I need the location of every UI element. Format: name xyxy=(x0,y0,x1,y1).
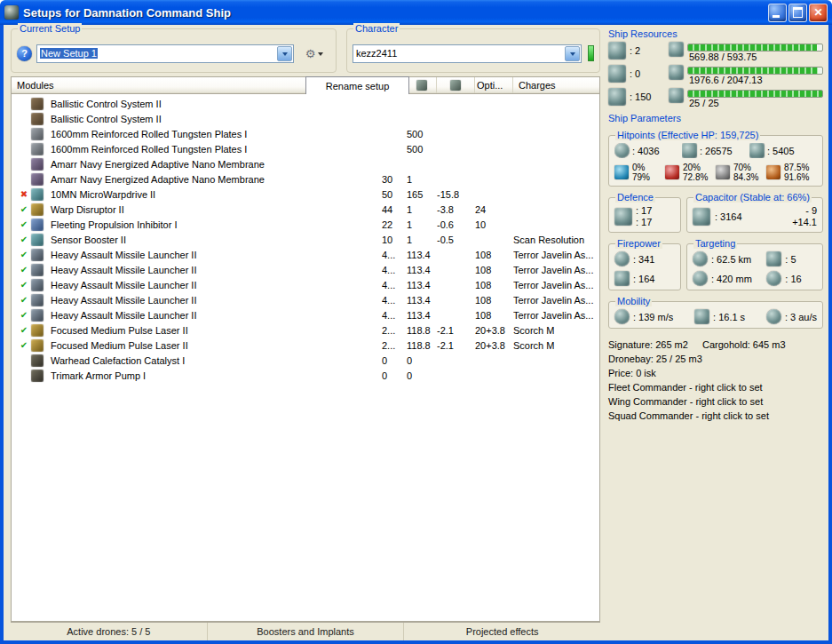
modules-panel: Modules Opti... Charges Rename setup Bal… xyxy=(11,76,600,640)
module-row[interactable]: ✔ Heavy Assault Missile Launcher II 4...… xyxy=(12,307,599,322)
column-header-cpu[interactable] xyxy=(407,77,437,93)
maximize-button[interactable] xyxy=(788,4,807,22)
align-time-value: : 16.1 s xyxy=(713,312,745,322)
module-row[interactable]: Ballistic Control System II xyxy=(12,96,599,111)
module-row[interactable]: ✖ 10MN MicroWarpdrive II 50 165 -15.8 xyxy=(12,187,599,202)
active-check-icon: ✔ xyxy=(17,281,31,290)
hull-hp: : 5405 xyxy=(749,143,817,158)
module-row[interactable]: ✔ Heavy Assault Missile Launcher II 4...… xyxy=(12,262,599,277)
max-targets-value: : 5 xyxy=(785,254,796,265)
tab-boosters-implants[interactable]: Boosters and Implants xyxy=(208,623,405,640)
active-check-icon: ✔ xyxy=(17,311,31,320)
targeting-range-icon xyxy=(693,251,708,266)
kinetic-shield-resist: 70% xyxy=(733,163,758,172)
module-cpu-value: 2... xyxy=(382,340,407,351)
module-row[interactable]: ✔ Focused Medium Pulse Laser II 2... 118… xyxy=(12,322,599,338)
drone-bandwidth-value: 25 / 25 xyxy=(687,98,823,109)
calibration-value: : 150 xyxy=(630,91,651,102)
powergrid-icon xyxy=(669,65,684,80)
module-row[interactable]: Amarr Navy Energized Adaptive Nano Membr… xyxy=(12,171,599,187)
em-resist-icon xyxy=(614,165,629,179)
setup-tools-button[interactable]: ⚙ xyxy=(298,44,330,63)
module-row[interactable]: Amarr Navy Energized Adaptive Nano Membr… xyxy=(12,156,599,171)
active-check-icon: ✔ xyxy=(17,235,31,244)
module-name: Fleeting Propulsion Inhibitor I xyxy=(47,219,382,230)
module-powergrid-value: 1 xyxy=(407,204,437,215)
module-row[interactable]: 1600mm Reinforced Rolled Tungsten Plates… xyxy=(12,141,599,156)
module-name: 1600mm Reinforced Rolled Tungsten Plates… xyxy=(47,144,382,155)
tab-active-drones[interactable]: Active drones: 5 / 5 xyxy=(11,623,208,640)
module-name: Focused Medium Pulse Laser II xyxy=(47,340,382,351)
armor-plate-icon xyxy=(31,143,44,155)
module-name: Heavy Assault Missile Launcher II xyxy=(47,250,382,260)
powergrid-resource-row: 1976.6 / 2047.13 xyxy=(669,65,823,86)
module-powergrid-value: 118.8 xyxy=(407,340,437,351)
adaptive-membrane-icon xyxy=(31,173,44,186)
chevron-down-icon[interactable] xyxy=(277,46,292,61)
cargohold-stat: Cargohold: 645 m3 xyxy=(702,338,786,352)
module-row[interactable]: Warhead Calefaction Catalyst I 0 0 xyxy=(12,353,599,368)
ballistic-control-icon xyxy=(31,98,44,110)
price-stat: Price: 0 isk xyxy=(608,366,823,380)
capacitor-recharge: +14.1 xyxy=(792,217,817,228)
module-name: Trimark Armor Pump I xyxy=(47,370,382,381)
left-pane: Current Setup New Setup 1 ⚙ Character ke… xyxy=(4,25,600,640)
warp-speed-value: : 3 au/s xyxy=(785,312,817,322)
module-powergrid-value: 113.4 xyxy=(407,310,437,321)
module-row[interactable]: ✔ Heavy Assault Missile Launcher II 4...… xyxy=(12,277,599,292)
module-optimal-value: 24 xyxy=(475,204,513,215)
tab-projected-effects[interactable]: Projected effects xyxy=(404,623,600,640)
column-header-powergrid[interactable] xyxy=(437,77,475,93)
missile-launcher-icon xyxy=(31,264,44,276)
setup-select[interactable]: New Setup 1 xyxy=(36,44,294,63)
missile-launcher-icon xyxy=(31,279,44,291)
column-header-charges[interactable]: Charges xyxy=(513,77,599,93)
module-list: Ballistic Control System II Ballistic Co… xyxy=(11,94,600,622)
ship-parameters-label: Ship Parameters xyxy=(608,113,823,123)
module-row[interactable]: ✔ Heavy Assault Missile Launcher II 4...… xyxy=(12,292,599,307)
title-bar[interactable]: Setups for Damnation Command Ship xyxy=(0,0,832,25)
module-row[interactable]: ✔ Sensor Booster II 10 1 -0.5 Scan Resol… xyxy=(12,232,599,247)
ship-resources: : 2 : 0 : 150 xyxy=(608,42,823,109)
module-row[interactable]: Ballistic Control System II xyxy=(12,111,599,126)
help-icon[interactable] xyxy=(17,46,32,61)
module-row[interactable]: 1600mm Reinforced Rolled Tungsten Plates… xyxy=(12,126,599,141)
active-check-icon: ✔ xyxy=(17,220,31,229)
rename-setup-tab[interactable]: Rename setup xyxy=(305,76,409,94)
explosive-armor-resist: 91.6% xyxy=(784,172,809,182)
module-cpu-value: 2... xyxy=(382,325,407,336)
warp-disruptor-icon xyxy=(31,203,44,216)
minimize-button[interactable] xyxy=(768,4,787,22)
capacitor-box: Capacitor (Stable at: 66%) : 3164 - 9 +1… xyxy=(686,197,823,233)
mobility-label: Mobility xyxy=(615,296,652,306)
squad-commander-slot[interactable]: Squad Commander - right click to set xyxy=(608,409,823,423)
ship-resources-label: Ship Resources xyxy=(608,28,823,39)
cpu-value: 569.88 / 593.75 xyxy=(687,52,823,63)
close-button[interactable] xyxy=(809,4,828,22)
module-row[interactable]: ✔ Focused Medium Pulse Laser II 2... 118… xyxy=(12,338,599,353)
character-select[interactable]: kezz2411 xyxy=(353,44,582,63)
thermal-shield-resist: 20% xyxy=(683,163,708,172)
setup-select-value: New Setup 1 xyxy=(37,48,276,59)
module-row[interactable]: ✔ Warp Disruptor II 44 1 -3.8 24 xyxy=(12,202,599,217)
calibration-row: : 150 xyxy=(608,88,669,106)
wing-commander-slot[interactable]: Wing Commander - right click to set xyxy=(608,394,823,409)
module-optimal-value: 20+3.8 xyxy=(475,340,513,351)
module-row[interactable]: ✔ Heavy Assault Missile Launcher II 4...… xyxy=(12,247,599,262)
hitpoints-label[interactable]: Hitpoints (Effective HP: 159,725) xyxy=(615,130,760,140)
module-cpu-value: 50 xyxy=(382,189,407,200)
module-optimal-value: 108 xyxy=(475,280,513,290)
module-row[interactable]: ✔ Fleeting Propulsion Inhibitor I 22 1 -… xyxy=(12,217,599,232)
volley-value: : 164 xyxy=(633,274,654,284)
column-header-optimal[interactable]: Opti... xyxy=(475,77,513,93)
pulse-laser-icon xyxy=(31,324,44,337)
fleet-commander-slot[interactable]: Fleet Commander - right click to set xyxy=(608,380,823,394)
module-cpu-value: 30 xyxy=(382,174,407,185)
chevron-down-icon[interactable] xyxy=(565,46,580,61)
launcher-slots-row: : 0 xyxy=(608,65,669,83)
module-name: Focused Medium Pulse Laser II xyxy=(47,325,382,336)
module-row[interactable]: Trimark Armor Pump I 0 0 xyxy=(12,368,599,383)
resource-bars-column: 569.88 / 593.75 1976.6 / 2047.13 xyxy=(669,42,823,109)
module-charge-name: Terror Javelin As... xyxy=(513,310,599,321)
module-cpu-value: 4... xyxy=(382,310,407,321)
